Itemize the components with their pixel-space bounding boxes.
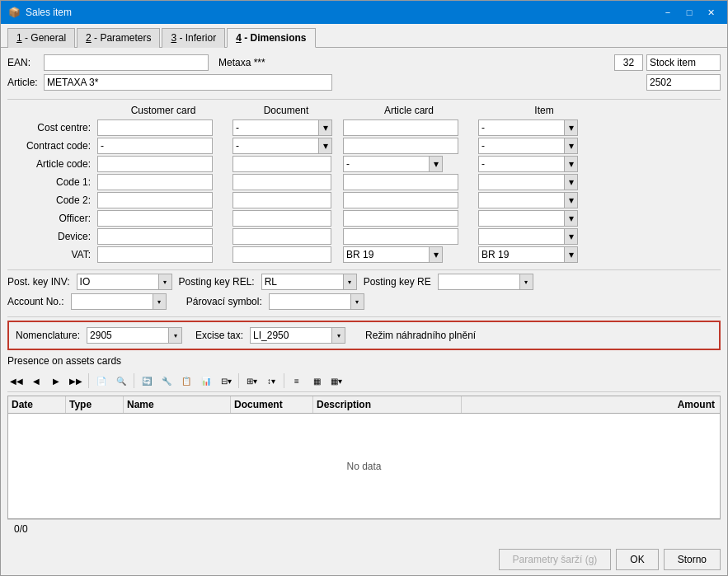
contract-item-dropdown[interactable]: ▾: [565, 138, 578, 154]
close-button[interactable]: ✕: [701, 4, 721, 21]
contract-customer-input[interactable]: [97, 138, 213, 154]
code1-art-input[interactable]: [343, 174, 458, 190]
code2-art-input[interactable]: [343, 192, 458, 208]
officer-doc-input[interactable]: [232, 210, 331, 227]
layout-btn[interactable]: ⊞▾: [242, 372, 261, 390]
vat-customer-input[interactable]: [97, 246, 213, 263]
code2-item-input[interactable]: [478, 192, 565, 208]
refresh-btn[interactable]: 🔄: [138, 372, 156, 390]
maximize-button[interactable]: □: [679, 4, 699, 21]
officer-art-input[interactable]: [343, 210, 458, 227]
storno-button[interactable]: Storno: [664, 549, 721, 570]
code2-item-dropdown[interactable]: ▾: [565, 192, 578, 208]
tab-general[interactable]: 1 - General: [7, 28, 75, 48]
search-btn[interactable]: 🔍: [112, 372, 130, 390]
tools-btn[interactable]: 🔧: [157, 372, 176, 390]
article-code-customer: [97, 156, 229, 172]
device-item-dropdown[interactable]: ▾: [565, 228, 578, 245]
first-btn[interactable]: ◀◀: [7, 372, 26, 390]
no-data-label: No data: [346, 461, 381, 472]
code1-item-dropdown[interactable]: ▾: [565, 174, 578, 190]
contract-code-document: ▾: [232, 138, 340, 154]
cost-centre-art-input[interactable]: [343, 119, 458, 136]
cost-centre-item-dropdown[interactable]: ▾: [565, 119, 578, 136]
contract-doc-input[interactable]: [232, 138, 319, 154]
contract-code-label: Contract code:: [7, 140, 94, 152]
prev-btn[interactable]: ◀: [27, 372, 45, 390]
device-item-input[interactable]: [478, 228, 565, 245]
ok-button[interactable]: OK: [616, 549, 658, 570]
artcode-customer-input[interactable]: [97, 156, 213, 172]
post-inv-dropdown[interactable]: ▾: [159, 274, 172, 290]
cost-centre-item-input[interactable]: [478, 119, 565, 136]
new-record-btn[interactable]: 📄: [92, 372, 110, 390]
sort-btn[interactable]: ↕▾: [262, 372, 280, 390]
th-document: Document: [231, 396, 313, 413]
article-input[interactable]: [44, 74, 332, 91]
post-rel-input[interactable]: [261, 274, 344, 290]
device-customer-input[interactable]: [97, 228, 213, 245]
excise-dropdown[interactable]: ▾: [332, 327, 345, 344]
play-btn[interactable]: ▶: [47, 372, 65, 390]
artcode-item-dropdown[interactable]: ▾: [565, 156, 578, 172]
tab-parameters[interactable]: 2 - Parameters: [77, 28, 160, 48]
tab-inferior[interactable]: 3 - Inferior: [162, 28, 225, 48]
post-re-input[interactable]: [438, 274, 520, 290]
account-input[interactable]: [71, 293, 153, 310]
officer-article: [343, 210, 475, 227]
vat-customer: [97, 246, 229, 263]
code1-customer-input[interactable]: [97, 174, 213, 190]
vat-item-input[interactable]: [478, 246, 565, 263]
contract-doc-dropdown[interactable]: ▾: [319, 138, 332, 154]
cost-centre-doc-input[interactable]: [232, 119, 319, 136]
officer-customer-input[interactable]: [97, 210, 213, 227]
cols-btn[interactable]: ≡: [288, 372, 306, 390]
cost-centre-doc-dropdown[interactable]: ▾: [319, 119, 332, 136]
cost-centre-customer-input[interactable]: [97, 119, 213, 136]
parovaci-input[interactable]: [269, 293, 351, 310]
excel-btn[interactable]: 📊: [197, 372, 215, 390]
post-rel-dropdown[interactable]: ▾: [344, 274, 357, 290]
officer-item-input[interactable]: [478, 210, 565, 227]
parovaci-dropdown[interactable]: ▾: [351, 293, 364, 310]
account-dropdown[interactable]: ▾: [153, 293, 167, 310]
vat-doc-input[interactable]: [232, 246, 331, 263]
code2-customer-input[interactable]: [97, 192, 213, 208]
tab-dimensions[interactable]: 4 - Dimensions: [227, 28, 315, 48]
minimize-button[interactable]: −: [658, 4, 678, 21]
vat-item-dropdown[interactable]: ▾: [565, 246, 578, 263]
window-title: Sales item: [26, 7, 658, 18]
officer-item-dropdown[interactable]: ▾: [565, 210, 578, 227]
device-art-input[interactable]: [343, 228, 458, 245]
device-doc-input[interactable]: [232, 228, 331, 245]
params-button[interactable]: Parametry šarží (g): [499, 549, 612, 570]
nomenclature-input[interactable]: [87, 327, 169, 344]
vat-art-input[interactable]: [343, 246, 430, 263]
contract-code-article: [343, 138, 475, 154]
ean-number[interactable]: [614, 54, 643, 71]
artcode-art-dropdown[interactable]: ▾: [430, 156, 443, 172]
article-row: Article:: [7, 74, 721, 91]
copy-btn[interactable]: 📋: [177, 372, 195, 390]
code1-item-input[interactable]: [478, 174, 565, 190]
code2-doc-input[interactable]: [232, 192, 331, 208]
more-btn[interactable]: ▦▾: [327, 372, 345, 390]
code2-label: Code 2:: [7, 194, 94, 206]
post-inv-input[interactable]: [77, 274, 159, 290]
ean-input[interactable]: [44, 54, 209, 71]
cost-centre-label: Cost centre:: [7, 122, 94, 133]
vat-art-dropdown[interactable]: ▾: [430, 246, 443, 263]
nomenclature-dropdown[interactable]: ▾: [169, 327, 182, 344]
code1-doc-input[interactable]: [232, 174, 331, 190]
grid-btn[interactable]: ▦: [308, 372, 326, 390]
filter-btn[interactable]: ⊟▾: [217, 372, 235, 390]
article-code[interactable]: [646, 74, 721, 91]
excise-input[interactable]: [250, 327, 332, 344]
artcode-doc-input[interactable]: [232, 156, 331, 172]
artcode-item-input[interactable]: [478, 156, 565, 172]
contract-art-input[interactable]: [343, 138, 458, 154]
contract-item-input[interactable]: [478, 138, 565, 154]
post-re-dropdown[interactable]: ▾: [520, 274, 533, 290]
last-btn[interactable]: ▶▶: [67, 372, 85, 390]
artcode-art-input[interactable]: [343, 156, 430, 172]
